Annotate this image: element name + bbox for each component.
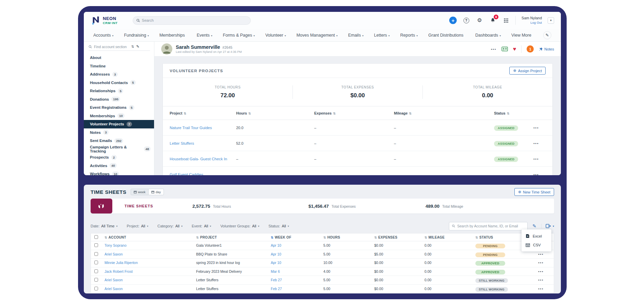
assign-project-button[interactable]: ⊕Assign Project (509, 67, 546, 75)
sidebar-item-activities[interactable]: Activities40 (84, 162, 154, 170)
nav-grant-distributions[interactable]: Grant Distributions (428, 33, 465, 38)
sidebar-item-sent-emails[interactable]: Sent Emails292 (84, 137, 154, 145)
nav-letters[interactable]: Letters▾ (374, 33, 390, 38)
account-link[interactable]: Ariel Saxon (105, 252, 196, 256)
week-of-link[interactable]: Apr 10 (271, 243, 323, 247)
row-actions-button[interactable]: ••• (533, 126, 546, 130)
row-checkbox[interactable] (94, 252, 98, 256)
logout-link[interactable]: Log Out (522, 21, 542, 25)
sidebar-item-about[interactable]: About (84, 54, 154, 62)
row-actions-button[interactable]: ••• (538, 252, 552, 256)
create-new-button[interactable]: + (449, 17, 457, 24)
filter-volunteer-groups[interactable]: Volunteer Groups:All▾ (220, 224, 259, 228)
contact-card-icon[interactable] (501, 46, 508, 52)
project-link[interactable]: Letter Stuffers (170, 141, 236, 145)
edit-sections-icon[interactable]: ✎ (136, 44, 139, 49)
filter-project[interactable]: Project:All▾ (127, 224, 148, 228)
nav-events[interactable]: Events▾ (197, 33, 212, 38)
column-header-project[interactable]: ⇅PROJECT (196, 236, 271, 239)
week-of-link[interactable]: Mar 6 (271, 269, 323, 273)
sidebar-item-volunteer-projects[interactable]: Volunteer Projects7 (84, 120, 154, 128)
row-checkbox[interactable] (94, 287, 98, 290)
sidebar-item-event-registrations[interactable]: Event Registrations5 (84, 103, 154, 112)
sidebar-item-workflows[interactable]: Workflows10 (84, 170, 154, 175)
account-link[interactable]: Minnie Julia Riperton (105, 261, 196, 265)
edit-nav-button[interactable]: ✎ (543, 31, 551, 39)
sort-sections-icon[interactable]: ⇅ (131, 45, 134, 48)
row-actions-button[interactable]: ••• (533, 157, 546, 161)
apps-button[interactable] (502, 17, 510, 24)
nav-moves-management[interactable]: Moves Management▾ (297, 33, 338, 38)
row-actions-button[interactable]: ••• (533, 172, 546, 176)
sidebar-item-timeline[interactable]: Timeline (84, 62, 154, 70)
row-checkbox[interactable] (94, 261, 98, 264)
column-header-expenses[interactable]: Expenses⇅ (314, 111, 394, 115)
nav-dashboards[interactable]: Dashboards▾ (475, 33, 501, 38)
filter-event[interactable]: Event:All▾ (192, 224, 211, 228)
help-button[interactable]: ? (462, 17, 470, 24)
filter-date[interactable]: Date:All Time▾ (91, 224, 117, 228)
column-header-status[interactable]: Status⇅ (494, 111, 533, 115)
column-header-expenses[interactable]: ⇅EXPENSES (374, 236, 424, 239)
nav-emails[interactable]: Emails▾ (348, 33, 364, 38)
project-link[interactable]: Houseboat Gala- Guest Check In (170, 157, 236, 161)
user-dropdown-button[interactable]: ▾ (548, 17, 554, 24)
export-button[interactable]: ▾ (541, 224, 554, 228)
nav-memberships[interactable]: Memberships (159, 33, 186, 38)
nav-view-more[interactable]: View More (511, 33, 533, 38)
row-actions-button[interactable]: ••• (538, 278, 552, 282)
column-header-mileage[interactable]: ⇅MILEAGE (424, 236, 475, 239)
account-link[interactable]: Tony Soprano (105, 243, 196, 247)
column-header-hours[interactable]: Hours⇅ (236, 111, 314, 115)
notes-button[interactable]: Notes (539, 47, 554, 51)
column-header-mileage[interactable]: Mileage⇅ (394, 111, 494, 115)
global-search-input[interactable] (142, 18, 247, 22)
notifications-button[interactable]: 8 (489, 17, 496, 24)
toggle-week-button[interactable]: week (131, 189, 149, 195)
week-of-link[interactable]: Feb 27 (271, 287, 323, 291)
flag-count-badge[interactable]: 1 (527, 45, 534, 53)
project-link[interactable]: Nature Trail Tour Guides (170, 126, 236, 130)
sidebar-item-addresses[interactable]: Addresses3 (84, 70, 154, 79)
sidebar-item-memberships[interactable]: Memberships10 (84, 112, 154, 120)
row-actions-button[interactable]: ••• (533, 141, 546, 145)
account-link[interactable]: Jack Robert Frost (105, 269, 196, 273)
filter-status[interactable]: Status:All▾ (268, 224, 289, 228)
select-all-checkbox[interactable] (94, 235, 98, 239)
sidebar-search-input[interactable] (94, 45, 129, 49)
export-excel-option[interactable]: x Excel (522, 231, 551, 241)
row-actions-button[interactable]: ••• (538, 269, 552, 273)
nav-forms-pages[interactable]: Forms & Pages▾ (223, 33, 255, 38)
row-checkbox[interactable] (94, 269, 98, 273)
sidebar-item-prospects[interactable]: Prospects2 (84, 153, 154, 162)
time-sheet-search-input[interactable] (457, 224, 525, 228)
column-header-week-of[interactable]: ⇅WEEK OF (271, 236, 323, 239)
settings-button[interactable]: ⚙ (476, 17, 483, 24)
nav-accounts[interactable]: Accounts▾ (93, 33, 113, 38)
nav-reports[interactable]: Reports▾ (400, 33, 418, 38)
week-of-link[interactable]: Apr 10 (271, 252, 323, 256)
row-actions-button[interactable]: ••• (538, 287, 552, 291)
export-csv-option[interactable]: CSV (522, 241, 551, 249)
edit-columns-icon[interactable]: ✎ (532, 223, 536, 229)
row-checkbox[interactable] (94, 278, 98, 282)
sidebar-item-household-contacts[interactable]: Household Contacts5 (84, 79, 154, 87)
column-header-account[interactable]: ⇅ACCOUNT (105, 236, 196, 239)
favorite-heart-icon[interactable]: ♥ (513, 46, 516, 52)
sidebar-item-donations[interactable]: Donations195 (84, 95, 154, 104)
filter-category[interactable]: Category:All▾ (157, 224, 183, 228)
nav-volunteer[interactable]: Volunteer▾ (265, 33, 286, 38)
project-link[interactable]: Golf Event Caddies (170, 172, 236, 176)
sidebar-item-campaign-letters[interactable]: Campaign Letters & Tracking48 (84, 145, 154, 154)
week-of-link[interactable]: Apr 10 (271, 261, 323, 265)
column-header-project[interactable]: Project⇅ (170, 111, 236, 115)
row-checkbox[interactable] (94, 243, 98, 247)
profile-more-button[interactable]: ••• (491, 47, 496, 51)
new-time-sheet-button[interactable]: ⊕New Time Sheet (514, 188, 554, 196)
time-sheet-search[interactable] (449, 222, 528, 230)
sidebar-item-notes[interactable]: Notes3 (84, 128, 154, 137)
toggle-day-button[interactable]: day (149, 189, 164, 195)
global-search[interactable] (133, 16, 251, 25)
nav-fundraising[interactable]: Fundraising▾ (124, 33, 149, 38)
account-link[interactable]: Ariel Saxon (105, 278, 196, 282)
